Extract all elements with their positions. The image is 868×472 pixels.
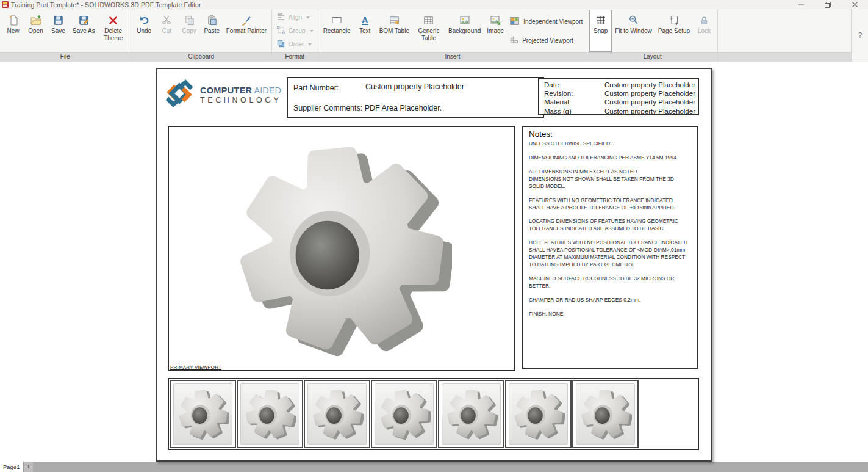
open-button-label: Open: [28, 27, 43, 35]
properties-block[interactable]: Date: Custom property Placeholder Revisi…: [538, 78, 699, 115]
projected-viewport-button[interactable]: Projected Viewport: [509, 31, 583, 49]
minimize-button[interactable]: [787, 0, 814, 9]
delete-x-icon: [108, 13, 118, 27]
logo-brand-line2: TECHNOLOGY: [200, 96, 282, 104]
align-button[interactable]: Align: [276, 11, 314, 24]
undo-button-label: Undo: [137, 27, 151, 35]
snap-toggle-button[interactable]: Snap: [589, 10, 612, 52]
delete-theme-button[interactable]: Delete Theme: [98, 10, 129, 52]
save-button[interactable]: Save: [47, 10, 70, 52]
background-button[interactable]: Background: [445, 10, 484, 52]
notes-block[interactable]: Notes: UNLESS OTHERWISE SPECIFIED: DIMEN…: [522, 126, 698, 369]
ribbon-group-insert: Rectangle A Text BOM Table Generic Table…: [318, 9, 588, 62]
supplier-comments-placeholder: PDF Area Placeholder.: [365, 104, 442, 112]
text-button[interactable]: A Text: [354, 10, 376, 52]
solidworks-pdf-app-icon: [2, 1, 9, 9]
view-thumbnail[interactable]: [505, 380, 572, 448]
bom-table-button-label: BOM Table: [379, 27, 409, 35]
chevron-down-icon: [306, 16, 310, 19]
ribbon: New Open Save Save As Delete Theme File: [0, 9, 868, 62]
image-button[interactable]: Image: [484, 10, 507, 52]
chevron-down-icon: [310, 30, 314, 32]
order-button[interactable]: Order: [276, 38, 314, 51]
cut-button[interactable]: Cut: [156, 10, 178, 52]
paste-button[interactable]: Paste: [201, 10, 223, 52]
editor-canvas[interactable]: COMPUTER AIDED TECHNOLOGY Part Number: C…: [0, 62, 868, 462]
independent-viewport-button[interactable]: Independent Viewport: [509, 12, 583, 31]
new-button[interactable]: New: [2, 10, 24, 52]
generic-table-button-label: Generic Table: [415, 27, 442, 42]
ribbon-group-format: Align Group Order Format: [272, 9, 318, 62]
property-row-revision: Revision: Custom property Placeholder: [539, 89, 698, 98]
supplier-comments[interactable]: Supplier Comments: PDF Area Placeholder.: [293, 104, 442, 112]
new-button-label: New: [7, 27, 19, 35]
mass-placeholder[interactable]: Custom property Placeholder: [604, 107, 695, 115]
save-as-button[interactable]: Save As: [70, 10, 98, 52]
logo-brand-bold: COMPUTER: [200, 85, 252, 95]
copy-button[interactable]: Copy: [178, 10, 201, 52]
paste-button-label: Paste: [204, 27, 220, 35]
note-paragraph: CHAMFER OR RADIUS SHARP EDGES 0.2mm.: [529, 297, 692, 304]
undo-arrow-icon: [138, 13, 150, 27]
view-thumbnail[interactable]: [237, 380, 303, 448]
thumbnail-strip[interactable]: [168, 378, 699, 450]
material-placeholder[interactable]: Custom property Placeholder: [604, 98, 695, 106]
company-logo[interactable]: COMPUTER AIDED TECHNOLOGY: [163, 76, 282, 113]
group-label-format: Format: [272, 52, 318, 62]
chevron-down-icon: [308, 43, 312, 46]
undo-button[interactable]: Undo: [133, 10, 156, 52]
independent-viewport-label: Independent Viewport: [523, 18, 583, 25]
fit-to-window-button[interactable]: Fit to Window: [612, 10, 655, 52]
logo-brand-light: AIDED: [252, 85, 281, 95]
note-paragraph: ALL DIMENSIONS IN MM EXCEPT AS NOTED. DI…: [529, 169, 692, 191]
help-button[interactable]: ?: [858, 31, 863, 40]
snap-button-label: Snap: [594, 27, 608, 35]
group-label-layout: Layout: [587, 52, 717, 62]
format-painter-brush-icon: [240, 13, 252, 27]
bom-table-button[interactable]: BOM Table: [376, 10, 412, 52]
page-tab[interactable]: Page1: [0, 462, 23, 472]
format-painter-button[interactable]: Format Painter: [223, 10, 270, 52]
date-placeholder[interactable]: Custom property Placeholder: [604, 81, 695, 89]
bom-table-icon: [389, 13, 400, 27]
part-number-block[interactable]: Part Number: Custom property Placeholder…: [287, 77, 544, 118]
view-thumbnail[interactable]: [304, 380, 370, 448]
gear-thumbnail-render: [244, 387, 296, 441]
note-paragraph: UNLESS OTHERWISE SPECIFIED:: [529, 140, 692, 148]
view-thumbnail[interactable]: [371, 380, 437, 448]
note-paragraph: LOCATING DIMENSIONS OF FEATURES HAVING G…: [529, 218, 692, 233]
ribbon-group-clipboard: Undo Cut Copy Paste Format Painter Clipb…: [131, 9, 272, 62]
title-bar: Training Part Template* - SOLIDWORKS 3D …: [0, 0, 868, 9]
projected-viewport-icon: [509, 35, 518, 46]
logo-text: COMPUTER AIDED TECHNOLOGY: [200, 85, 282, 104]
view-thumbnail[interactable]: [170, 380, 236, 448]
revision-placeholder[interactable]: Custom property Placeholder: [604, 89, 695, 98]
gear-thumbnail-render: [579, 387, 632, 441]
property-row-date: Date: Custom property Placeholder: [539, 81, 698, 89]
date-label: Date:: [544, 81, 561, 89]
note-paragraph: FEATURES WITH NO GEOMETRIC TOLERANCE IND…: [529, 197, 692, 212]
gear-3d-render: [231, 134, 452, 363]
view-thumbnail[interactable]: [572, 380, 639, 448]
open-button[interactable]: Open: [24, 10, 47, 52]
group-button[interactable]: Group: [276, 24, 314, 37]
gear-thumbnail-render: [512, 387, 565, 441]
generic-table-button[interactable]: Generic Table: [412, 10, 445, 52]
rectangle-button[interactable]: Rectangle: [320, 10, 354, 52]
delete-theme-button-label: Delete Theme: [101, 27, 126, 42]
lock-button[interactable]: Lock: [693, 10, 716, 52]
template-page[interactable]: COMPUTER AIDED TECHNOLOGY Part Number: C…: [156, 68, 712, 462]
page-tabs-bar: Page1 +: [0, 462, 868, 472]
image-button-label: Image: [487, 27, 504, 35]
close-button[interactable]: [841, 0, 868, 9]
page-setup-button[interactable]: Page Setup: [655, 10, 693, 52]
part-number-placeholder[interactable]: Custom property Placeholder: [365, 82, 464, 91]
rectangle-icon: [331, 13, 343, 27]
add-page-button[interactable]: +: [23, 462, 33, 472]
primary-viewport[interactable]: PRIMARY VIEWPORT: [168, 126, 515, 371]
view-thumbnail[interactable]: [438, 380, 504, 448]
restore-button[interactable]: [814, 0, 841, 9]
format-painter-button-label: Format Painter: [226, 27, 267, 35]
rectangle-button-label: Rectangle: [323, 27, 351, 35]
ribbon-group-file: New Open Save Save As Delete Theme File: [0, 9, 131, 62]
